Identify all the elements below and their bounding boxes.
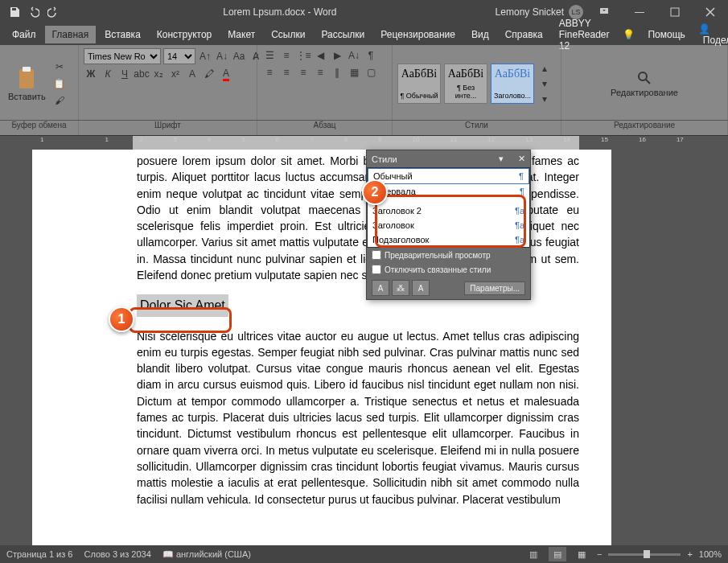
- tab-layout[interactable]: Макет: [220, 26, 262, 43]
- document-area: posuere lorem ipsum dolor sit amet. Morb…: [0, 150, 728, 545]
- editing-button[interactable]: Редактирование: [607, 68, 681, 99]
- bullets-icon[interactable]: ☰: [262, 48, 277, 63]
- grow-font-icon[interactable]: A↑: [198, 49, 212, 64]
- ribbon: Вставить ✂ 📋 🖌 Times New Ro 14 A↑ A↓ Aa …: [0, 45, 728, 121]
- tab-design[interactable]: Конструктор: [150, 26, 219, 43]
- justify-icon[interactable]: ≡: [313, 65, 327, 80]
- styles-pane-header[interactable]: Стили ▾ ✕: [367, 150, 530, 167]
- tab-references[interactable]: Ссылки: [264, 26, 312, 43]
- zoom-level[interactable]: 100%: [699, 549, 722, 559]
- svg-rect-2: [671, 8, 679, 16]
- highlight-icon[interactable]: 🖍: [202, 67, 216, 81]
- tab-insert[interactable]: Вставка: [97, 26, 148, 43]
- save-icon[interactable]: [8, 6, 21, 18]
- preview-checkbox[interactable]: Предварительный просмотр: [367, 248, 530, 262]
- style-heading[interactable]: АаБбВіЗаголово...: [491, 64, 534, 104]
- label-paragraph: Абзац: [257, 121, 393, 135]
- quick-access-toolbar: [0, 6, 68, 18]
- print-layout-icon[interactable]: ▤: [549, 547, 566, 561]
- line-spacing-icon[interactable]: ‖: [330, 65, 344, 80]
- zoom-slider[interactable]: [608, 553, 681, 556]
- callout-1-box: [129, 307, 232, 333]
- font-size-combo[interactable]: 14: [163, 48, 195, 64]
- disable-linked-checkbox[interactable]: Отключить связанные стили: [367, 262, 530, 277]
- multilevel-icon[interactable]: ⋮≡: [296, 48, 311, 63]
- borders-icon[interactable]: ▢: [364, 65, 378, 80]
- manage-styles-icon[interactable]: A: [412, 280, 430, 296]
- params-button[interactable]: Параметры...: [464, 282, 525, 295]
- tab-mailings[interactable]: Рассылки: [314, 26, 372, 43]
- word-count[interactable]: Слово 3 из 2034: [84, 549, 150, 559]
- group-editing: Редактирование: [561, 45, 728, 120]
- web-layout-icon[interactable]: ▦: [573, 547, 590, 561]
- font-color-icon[interactable]: A: [219, 67, 233, 81]
- svg-rect-4: [23, 67, 31, 72]
- align-center-icon[interactable]: ≡: [279, 65, 294, 80]
- svg-point-5: [639, 72, 647, 80]
- align-left-icon[interactable]: ≡: [262, 65, 277, 80]
- decrease-indent-icon[interactable]: ◀: [313, 48, 327, 63]
- svg-rect-3: [19, 69, 34, 88]
- read-mode-icon[interactable]: ▥: [524, 547, 542, 561]
- styles-pane-footer: A ⁂ A Параметры...: [367, 277, 530, 299]
- tab-view[interactable]: Вид: [464, 26, 496, 43]
- tab-help[interactable]: Справка: [498, 26, 550, 43]
- group-clipboard: Вставить ✂ 📋 🖌: [0, 45, 79, 120]
- undo-icon[interactable]: [27, 6, 40, 18]
- bold-icon[interactable]: Ж: [84, 67, 98, 81]
- help-button[interactable]: Помощь: [643, 26, 689, 43]
- callout-2: 2: [362, 179, 388, 205]
- label-clipboard: Буфер обмена: [0, 121, 79, 135]
- copy-icon[interactable]: 📋: [52, 76, 67, 91]
- zoom-in-icon[interactable]: +: [687, 549, 692, 559]
- window-title: Lorem Lpsum.docx - Word: [68, 6, 492, 18]
- increase-indent-icon[interactable]: ▶: [330, 48, 344, 63]
- callout-2-box: [375, 195, 526, 248]
- paragraph-2[interactable]: Nisi scelerisque eu ultrices vitae aucto…: [137, 328, 579, 508]
- zoom-out-icon[interactable]: −: [597, 549, 602, 559]
- underline-icon[interactable]: Ч: [117, 67, 132, 81]
- strike-icon[interactable]: abc: [134, 67, 149, 81]
- language-status[interactable]: 📖 английский (США): [162, 549, 251, 560]
- styles-down-icon[interactable]: ▾: [537, 76, 552, 91]
- tab-review[interactable]: Рецензирование: [373, 26, 463, 43]
- styles-pane-dropdown-icon[interactable]: ▾: [499, 154, 504, 164]
- styles-pane-close-icon[interactable]: ✕: [518, 154, 525, 164]
- align-right-icon[interactable]: ≡: [296, 65, 311, 80]
- styles-up-icon[interactable]: ▴: [537, 61, 552, 76]
- italic-icon[interactable]: К: [101, 67, 115, 81]
- styles-more-icon[interactable]: ▾: [537, 92, 552, 106]
- text-effects-icon[interactable]: A: [185, 67, 199, 81]
- tell-me-icon[interactable]: 💡: [618, 26, 640, 43]
- svg-rect-1: [635, 12, 644, 13]
- group-labels: Буфер обмена Шрифт Абзац Стили Редактиро…: [0, 121, 728, 135]
- cut-icon[interactable]: ✂: [52, 60, 67, 74]
- style-item-normal[interactable]: Обычный¶: [368, 168, 529, 184]
- shrink-font-icon[interactable]: A↓: [215, 49, 229, 64]
- label-styles: Стили: [393, 121, 561, 135]
- tab-home[interactable]: Главная: [45, 26, 97, 43]
- ribbon-tabs: Файл Главная Вставка Конструктор Макет С…: [0, 24, 728, 45]
- shading-icon[interactable]: ▦: [347, 65, 361, 80]
- label-font: Шрифт: [79, 121, 257, 135]
- callout-1: 1: [109, 306, 134, 332]
- ruler-vertical[interactable]: [0, 150, 14, 545]
- ruler-horizontal[interactable]: 11234567891011121314151617: [0, 135, 728, 150]
- tab-file[interactable]: Файл: [5, 26, 43, 43]
- redo-icon[interactable]: [47, 6, 60, 18]
- styles-pane-title: Стили: [372, 154, 499, 164]
- format-painter-icon[interactable]: 🖌: [52, 93, 67, 108]
- sort-icon[interactable]: A↓: [347, 48, 361, 63]
- subscript-icon[interactable]: x₂: [151, 67, 166, 81]
- superscript-icon[interactable]: x²: [168, 67, 183, 81]
- new-style-icon[interactable]: A: [372, 280, 389, 296]
- font-name-combo[interactable]: Times New Ro: [84, 48, 161, 64]
- style-normal[interactable]: АаБбВі¶ Обычный: [397, 64, 441, 104]
- style-nospacing[interactable]: АаБбВі¶ Без инте...: [444, 64, 487, 104]
- paste-button[interactable]: Вставить: [5, 64, 49, 103]
- page-count[interactable]: Страница 1 из 6: [6, 549, 72, 559]
- change-case-icon[interactable]: Aa: [232, 49, 246, 64]
- show-marks-icon[interactable]: ¶: [364, 48, 378, 63]
- numbering-icon[interactable]: ≡: [279, 48, 294, 63]
- style-inspector-icon[interactable]: ⁂: [392, 280, 409, 296]
